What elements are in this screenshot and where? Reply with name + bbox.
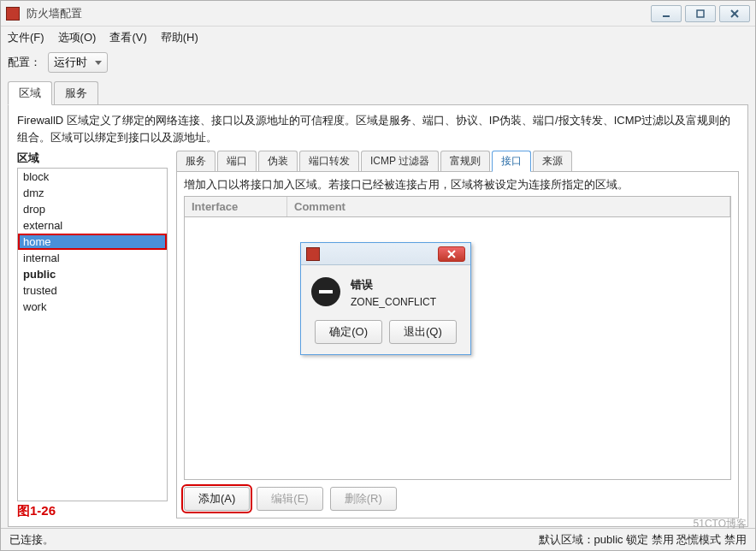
close-button[interactable] [719,5,750,22]
chevron-down-icon [95,61,102,65]
config-dropdown[interactable]: 运行时 [48,52,108,73]
inner-tab-服务[interactable]: 服务 [176,151,216,172]
app-icon [6,7,20,21]
zone-description: FirewallD 区域定义了绑定的网络连接、接口以及源地址的可信程度。区域是服… [17,112,739,145]
status-right: 默认区域：public 锁定 禁用 恐慌模式 禁用 [539,532,747,548]
zone-item-external[interactable]: external [18,217,167,234]
inner-tab-富规则[interactable]: 富规则 [440,151,490,172]
config-label: 配置： [8,55,41,70]
window-title: 防火墙配置 [27,6,647,21]
zone-list-column: 区域 blockdmzdropexternalhomeinternalpubli… [17,151,168,519]
config-value: 运行时 [54,55,87,70]
inner-tabs: 服务端口伪装端口转发ICMP 过滤器富规则接口来源 [176,151,739,172]
col-comment[interactable]: Comment [287,197,730,216]
error-icon [311,277,340,306]
minimize-button[interactable] [651,5,682,22]
inner-tab-ICMP 过滤器[interactable]: ICMP 过滤器 [361,151,439,172]
zone-item-internal[interactable]: internal [18,250,167,266]
inner-tab-伪装[interactable]: 伪装 [258,151,298,172]
status-left: 已连接。 [9,532,539,548]
zone-list[interactable]: blockdmzdropexternalhomeinternalpublictr… [17,168,168,501]
inner-tab-端口转发[interactable]: 端口转发 [299,151,359,172]
dialog-app-icon [306,247,320,261]
zone-list-header: 区域 [17,151,168,166]
dialog-close-button[interactable] [438,246,465,262]
zone-item-block[interactable]: block [18,169,167,185]
statusbar: 已连接。 默认区域：public 锁定 禁用 恐慌模式 禁用 [1,528,755,550]
tab-zones[interactable]: 区域 [8,81,52,105]
col-interface[interactable]: Interface [185,197,287,216]
zone-item-work[interactable]: work [18,299,167,315]
config-row: 配置： 运行时 [1,49,755,76]
zone-item-home[interactable]: home [18,234,167,250]
dialog-message: ZONE_CONFLICT [351,296,436,308]
inner-tab-接口[interactable]: 接口 [492,151,531,172]
add-button[interactable]: 添加(A) [184,487,250,511]
interfaces-description: 增加入口以将接口加入区域。若接口已经被连接占用，区域将被设定为连接所指定的区域。 [184,177,731,193]
menubar: 文件(F) 选项(O) 查看(V) 帮助(H) [1,27,755,49]
dialog-titlebar [301,243,470,265]
table-header: Interface Comment [185,197,730,217]
error-dialog: 错误 ZONE_CONFLICT 确定(O) 退出(Q) [300,242,471,355]
dialog-buttons: 确定(O) 退出(Q) [301,317,470,354]
zone-item-public[interactable]: public [18,266,167,282]
outer-tabs: 区域 服务 [1,76,755,105]
maximize-button[interactable] [685,5,716,22]
dialog-ok-button[interactable]: 确定(O) [315,320,382,344]
inner-tab-来源[interactable]: 来源 [533,151,572,172]
zone-item-dmz[interactable]: dmz [18,185,167,201]
delete-button: 删除(R) [330,487,397,511]
edit-button: 编辑(E) [257,487,322,511]
zone-item-drop[interactable]: drop [18,201,167,217]
dialog-body: 错误 ZONE_CONFLICT [301,265,470,317]
titlebar: 防火墙配置 [1,1,755,27]
inner-tab-端口[interactable]: 端口 [217,151,257,172]
figure-label: 图1-26 [17,503,168,519]
firewall-config-window: 防火墙配置 文件(F) 选项(O) 查看(V) 帮助(H) 配置： 运行时 区域… [0,0,756,551]
dialog-title: 错误 [351,277,436,293]
zone-item-trusted[interactable]: trusted [18,282,167,299]
svg-rect-1 [697,10,704,17]
dialog-quit-button[interactable]: 退出(Q) [389,320,457,344]
menu-options[interactable]: 选项(O) [58,30,97,45]
button-row: 添加(A) 编辑(E) 删除(R) [184,480,731,518]
menu-help[interactable]: 帮助(H) [161,30,198,45]
tab-services[interactable]: 服务 [54,81,98,105]
menu-file[interactable]: 文件(F) [8,30,44,45]
menu-view[interactable]: 查看(V) [109,30,146,45]
